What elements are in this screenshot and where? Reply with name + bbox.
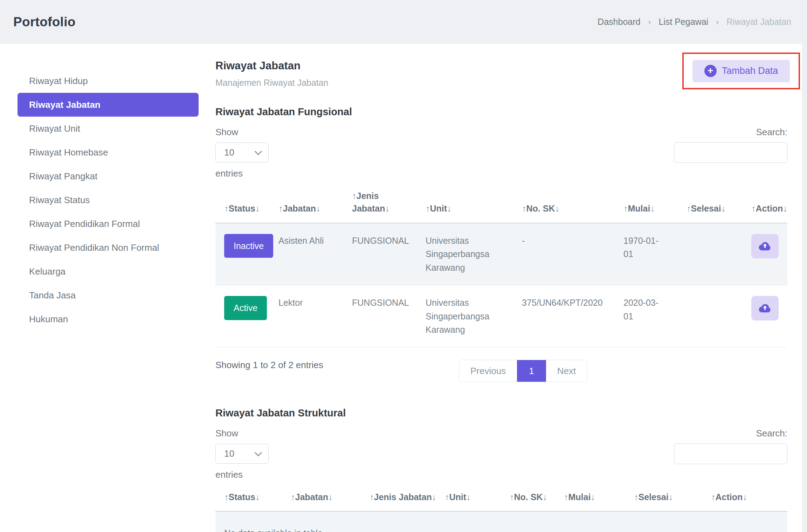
show-label: Show	[215, 127, 238, 137]
sort-desc-icon: ↓	[783, 203, 787, 213]
sidebar-item-riwayat-hidup[interactable]: Riwayat Hidup	[18, 69, 199, 93]
sidebar-item-riwayat-homebase[interactable]: Riwayat Homebase	[18, 140, 199, 164]
no-sk-cell: -	[522, 223, 623, 285]
breadcrumb-separator: ›	[716, 17, 719, 27]
mulai-cell: 1970-01-01	[623, 223, 687, 285]
top-header: Portofolio Dashboard›List Pegawai›Riwaya…	[0, 0, 807, 44]
sort-desc-icon: ↓	[255, 492, 260, 502]
breadcrumb: Dashboard›List Pegawai›Riwayat Jabatan	[598, 17, 791, 27]
sidebar: Riwayat HidupRiwayat JabatanRiwayat Unit…	[0, 44, 205, 532]
column-header-mulai[interactable]: ↑Mulai↓	[564, 487, 634, 511]
sidebar-item-tanda-jasa[interactable]: Tanda Jasa	[18, 283, 199, 307]
table-struktural-wrap: ↑Status↓↑Jabatan↓↑Jenis Jabatan↓↑Unit↓↑N…	[215, 487, 787, 532]
tambah-data-button[interactable]: + Tambah Data	[692, 60, 790, 82]
app-title: Portofolio	[13, 15, 76, 29]
column-header-jenis-jabatan[interactable]: ↑Jenis Jabatan↓	[352, 186, 426, 223]
sidebar-item-riwayat-jabatan[interactable]: Riwayat Jabatan	[18, 93, 199, 117]
search-label: Search:	[756, 428, 787, 438]
page-length-select[interactable]: 10	[215, 444, 269, 464]
column-header-jenis-jabatan[interactable]: ↑Jenis Jabatan↓	[370, 487, 445, 511]
column-header-unit[interactable]: ↑Unit↓	[426, 186, 522, 223]
sort-asc-icon: ↑	[711, 492, 716, 502]
unit-cell: Universitas Singaperbangsa Karawang	[426, 223, 522, 285]
upload-button[interactable]	[751, 296, 779, 320]
entries-label: entries	[215, 469, 243, 480]
sidebar-item-riwayat-pendidikan-non-formal[interactable]: Riwayat Pendidikan Non Formal	[18, 236, 199, 260]
tambah-data-label: Tambah Data	[722, 65, 778, 76]
sort-desc-icon: ↓	[669, 492, 673, 502]
column-header-jabatan[interactable]: ↑Jabatan↓	[291, 487, 370, 511]
breadcrumb-item[interactable]: Dashboard	[598, 17, 640, 27]
unit-cell: Universitas Singaperbangsa Karawang	[426, 285, 522, 347]
search-input[interactable]	[674, 443, 787, 464]
pagination-next-button[interactable]: Next	[546, 360, 587, 382]
column-header-selesai[interactable]: ↑Selesai↓	[687, 186, 751, 223]
entries-label: entries	[215, 168, 243, 179]
date-value: 2020-03-01	[623, 296, 663, 323]
column-header-unit[interactable]: ↑Unit↓	[445, 487, 510, 511]
sort-asc-icon: ↑	[634, 492, 639, 502]
selesai-cell	[687, 223, 751, 285]
sidebar-item-hukuman[interactable]: Hukuman	[18, 307, 199, 331]
sidebar-item-keluarga[interactable]: Keluarga	[18, 260, 199, 283]
column-header-mulai[interactable]: ↑Mulai↓	[623, 186, 687, 223]
breadcrumb-item: Riwayat Jabatan	[726, 17, 791, 27]
search-label: Search:	[756, 127, 787, 137]
column-header-status[interactable]: ↑Status↓	[215, 186, 278, 223]
sort-desc-icon: ↓	[591, 492, 595, 502]
content-card: Riwayat HidupRiwayat JabatanRiwayat Unit…	[0, 44, 802, 532]
breadcrumb-item[interactable]: List Pegawai	[658, 17, 708, 27]
chevron-down-icon	[255, 449, 262, 456]
pagination-page-button[interactable]: 1	[517, 360, 546, 382]
column-header-no-sk[interactable]: ↑No. SK↓	[510, 487, 564, 511]
column-header-status[interactable]: ↑Status↓	[215, 487, 291, 511]
sort-asc-icon: ↑	[426, 203, 430, 213]
sort-asc-icon: ↑	[370, 492, 374, 502]
sort-asc-icon: ↑	[522, 203, 526, 213]
status-badge: Active	[224, 296, 267, 320]
jabatan-cell: Asisten Ahli	[278, 223, 352, 285]
section-title-struktural: Riwayat Jabatan Struktural	[215, 407, 788, 419]
sidebar-item-riwayat-status[interactable]: Riwayat Status	[18, 188, 199, 212]
main-content: Riwayat Jabatan Manajemen Riwayat Jabata…	[205, 44, 802, 532]
column-header-no-sk[interactable]: ↑No. SK↓	[522, 186, 623, 223]
search-control: Search:	[674, 127, 787, 179]
sort-asc-icon: ↑	[224, 492, 229, 502]
breadcrumb-separator: ›	[648, 17, 651, 27]
plus-icon: +	[704, 65, 717, 77]
jenis-jabatan-cell: FUNGSIONAL	[352, 285, 426, 347]
selesai-cell	[687, 285, 751, 347]
column-header-action[interactable]: ↑Action↓	[711, 487, 787, 511]
sort-desc-icon: ↓	[466, 492, 471, 502]
sort-desc-icon: ↓	[555, 203, 559, 213]
sort-desc-icon: ↓	[385, 203, 389, 213]
jenis-jabatan-cell: FUNGSIONAL	[352, 223, 426, 285]
cloud-upload-icon	[758, 302, 772, 315]
sort-asc-icon: ↑	[510, 492, 514, 502]
column-header-selesai[interactable]: ↑Selesai↓	[634, 487, 711, 511]
sidebar-item-riwayat-unit[interactable]: Riwayat Unit	[18, 117, 199, 140]
pagination-previous-button[interactable]: Previous	[459, 360, 517, 382]
sidebar-item-riwayat-pendidikan-formal[interactable]: Riwayat Pendidikan Formal	[18, 212, 199, 236]
sort-asc-icon: ↑	[445, 492, 449, 502]
page-length-select[interactable]: 10	[215, 143, 269, 163]
sort-desc-icon: ↓	[316, 203, 320, 213]
sort-desc-icon: ↓	[721, 203, 726, 213]
column-header-action[interactable]: ↑Action↓	[751, 186, 787, 223]
table-struktural: ↑Status↓↑Jabatan↓↑Jenis Jabatan↓↑Unit↓↑N…	[215, 487, 787, 532]
status-cell: Active	[215, 285, 278, 347]
sidebar-item-riwayat-pangkat[interactable]: Riwayat Pangkat	[18, 164, 199, 188]
sort-asc-icon: ↑	[751, 203, 756, 213]
upload-button[interactable]	[751, 234, 779, 258]
sort-desc-icon: ↓	[447, 203, 451, 213]
empty-message: No data available in table	[215, 511, 787, 532]
status-cell: Inactive	[215, 223, 278, 285]
no-sk-cell: 375/UN64/KPT/2020	[522, 285, 623, 347]
sort-desc-icon: ↓	[743, 492, 747, 502]
table-empty-row: No data available in table	[215, 511, 787, 532]
search-input[interactable]	[674, 142, 787, 163]
column-header-jabatan[interactable]: ↑Jabatan↓	[278, 186, 352, 223]
sort-desc-icon: ↓	[650, 203, 655, 213]
section-title-fungsional: Riwayat Jabatan Fungsional	[215, 106, 788, 118]
table-fungsional: ↑Status↓↑Jabatan↓↑Jenis Jabatan↓↑Unit↓↑N…	[215, 186, 787, 347]
